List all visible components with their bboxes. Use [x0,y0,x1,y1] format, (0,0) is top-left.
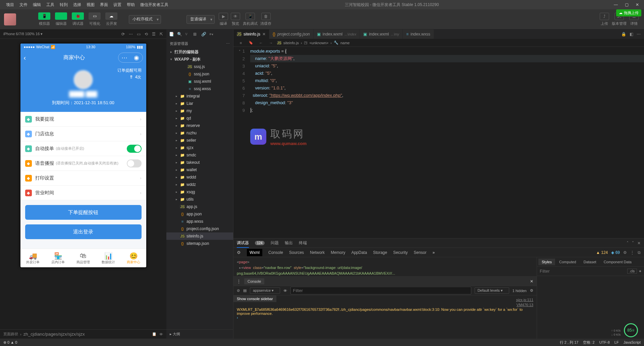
menu-视图[interactable]: 视图 [84,2,97,8]
eye-icon[interactable]: 👁 [283,289,287,293]
tabbar-外卖订单[interactable]: 🚚外卖订单 [20,249,46,267]
tab-console[interactable]: Console [268,250,283,255]
hidden-count[interactable]: 1 hidden [513,289,527,293]
chevron-up-icon[interactable]: ˄ [627,241,629,246]
tree-utils[interactable]: ▸📁utils [166,196,233,203]
language-info[interactable]: JavaScript [624,340,641,344]
tree-qd[interactable]: ▸📁qd [166,115,233,122]
toggle-编辑器[interactable]: 编辑器 [53,12,69,26]
more-dots-icon[interactable]: ⋯ [129,32,133,37]
tab-memory[interactable]: Memory [331,250,345,255]
tool-上传[interactable]: ⤴上传 [600,13,609,26]
console-drawer-tab[interactable]: Console [244,278,264,284]
tab-computed[interactable]: Computed [556,259,580,265]
toggle-云开发[interactable]: ☁云开发 [103,12,119,26]
nav-fwd-icon[interactable]: → [267,41,275,45]
menu-帮助[interactable]: 帮助 [124,2,138,8]
info-count[interactable]: ◈ 69 [611,250,620,255]
logout-button[interactable]: 退出登录 [25,224,142,239]
close-icon[interactable]: ✕ [530,279,533,284]
tree-seller[interactable]: ▸📁seller [166,137,233,144]
tab-security[interactable]: Security [393,250,408,255]
toggle-调试器[interactable]: 🐞调试器 [70,12,86,26]
breadcrumb-scope[interactable]: <unknown> [309,41,328,45]
tab-styles[interactable]: Styles [538,259,555,265]
log-source[interactable]: VM476:13 [517,302,533,307]
tab-wxml[interactable]: Wxml [247,249,262,256]
detach-icon[interactable]: ⇱ [160,32,163,37]
menu-设置[interactable]: 设置 [111,2,124,8]
tab-network[interactable]: Network [310,250,325,255]
issues-icon[interactable]: ⊗ 0 ▲ 0 [3,340,17,345]
tabbar-数据统计[interactable]: 📊数据统计 [96,249,121,267]
tree-integral[interactable]: ▸📁integral [166,92,233,100]
indent-info[interactable]: 空格: 2 [583,340,594,345]
tree-wddz[interactable]: ▸📁wddz [166,181,233,188]
tree-sssj.wxml[interactable]: ▣sssj.wxml [166,78,233,85]
tree-sssj.wxss[interactable]: ≡sssj.wxss [166,85,233,92]
tree-reserve[interactable]: ▸📁reserve [166,122,233,129]
tab-compdata[interactable]: Component Data [600,259,635,265]
more-icon[interactable]: ⋯ [226,42,230,46]
editor-tab-project.config.json[interactable]: {}project.config.json [269,29,314,39]
tabbar-商品管理[interactable]: 🛍商品管理 [71,249,96,267]
menu-转到[interactable]: 转到 [57,2,70,8]
tool-真机调试[interactable]: 📱真机调试 [243,13,258,26]
upload-badge[interactable]: ☁ 拖拽上传 [616,9,641,16]
gear-icon[interactable]: ⚙ [623,250,627,255]
refresh-icon[interactable]: ⟳ [121,32,125,37]
menu-row-打印设置[interactable]: ◆打印设置› [20,171,146,186]
menu-row-营业时间[interactable]: ◆营业时间› [20,186,146,200]
tab-sensor[interactable]: Sensor [414,250,427,255]
tree-app.wxss[interactable]: ≡app.wxss [166,218,233,225]
tab-output[interactable]: 输出 [285,238,293,248]
encoding-info[interactable]: UTF-8 [599,340,610,344]
minimize-icon[interactable]: — [612,2,619,7]
menu-选择[interactable]: 选择 [70,2,84,8]
editor-tab-siteinfo.js[interactable]: JSsiteinfo.js✕ [233,29,269,39]
menu-row-我要提现[interactable]: ◆我要提现› [20,112,146,127]
tree-project.config.json[interactable]: {}project.config.json [166,225,233,232]
capsule-close-icon[interactable]: ◉ [130,54,143,61]
tree-my[interactable]: ▸📁my [166,107,233,115]
tree-wallet[interactable]: ▸📁wallet [166,166,233,174]
console-filter-input[interactable] [290,287,471,294]
compile-dropdown[interactable]: 普通编译 [186,15,215,24]
phone-icon[interactable]: ▭ [137,32,141,37]
menu-微信开发者工具[interactable]: 微信开发者工具 [138,2,171,8]
eye-icon[interactable]: 👁 [159,332,163,336]
mode-dropdown[interactable]: 小程序模式 [129,15,161,24]
close-tab-icon[interactable]: ✕ [262,32,266,37]
maximize-icon[interactable]: ▢ [623,2,630,7]
grid-icon[interactable]: ⊞ [193,32,199,37]
page-path-input[interactable] [23,332,111,337]
menu-row-语音播报[interactable]: ◆语音播报(语音播报已关闭,自动接单关闭后有效) [20,156,146,171]
breadcrumb-file[interactable]: siteinfo.js [283,41,299,45]
console-prompt[interactable]: › [237,316,533,320]
tree-ruzhu[interactable]: ▸📁ruzhu [166,129,233,137]
tree-sssj.json[interactable]: {}sssj.json [166,70,233,78]
gear-icon[interactable]: ⚙ [530,288,533,293]
split-icon[interactable]: ◧ [630,32,633,37]
toggle-switch[interactable] [127,145,142,153]
user-avatar[interactable] [4,13,16,25]
search-icon[interactable]: 🔍 [177,32,182,37]
menu-项目[interactable]: 项目 [3,2,17,8]
sidebar-toggle-icon[interactable]: ▤ [243,288,247,293]
tab-dataset[interactable]: Dataset [580,259,600,265]
tree-Liar[interactable]: ▸📁Liar [166,100,233,107]
nav-back-icon[interactable]: ← [257,41,265,45]
menu-文件[interactable]: 文件 [17,2,30,8]
back-icon[interactable]: ‹ [24,54,31,62]
breadcrumb-symbol[interactable]: name [340,41,350,45]
menu-row-门店信息[interactable]: ◆门店信息› [20,127,146,141]
performance-score[interactable]: 85分 [624,323,638,337]
branch-icon[interactable]: ⑂ [185,32,191,37]
cls-button[interactable]: .cls [627,269,637,274]
editor-tab-index.wxml[interactable]: ▣index.wxml...\my [360,29,403,39]
kebab-icon[interactable]: ⋮ [237,279,241,284]
code-editor[interactable]: ˅ 123456789 module.exports = { name: "大鹏… [233,47,644,238]
log-source[interactable]: sjzx.js:111 [516,297,533,302]
open-editors-section[interactable]: ▸打开的编辑器 [166,48,233,56]
tabbar-商家中心[interactable]: 😊商家中心 [121,249,146,267]
